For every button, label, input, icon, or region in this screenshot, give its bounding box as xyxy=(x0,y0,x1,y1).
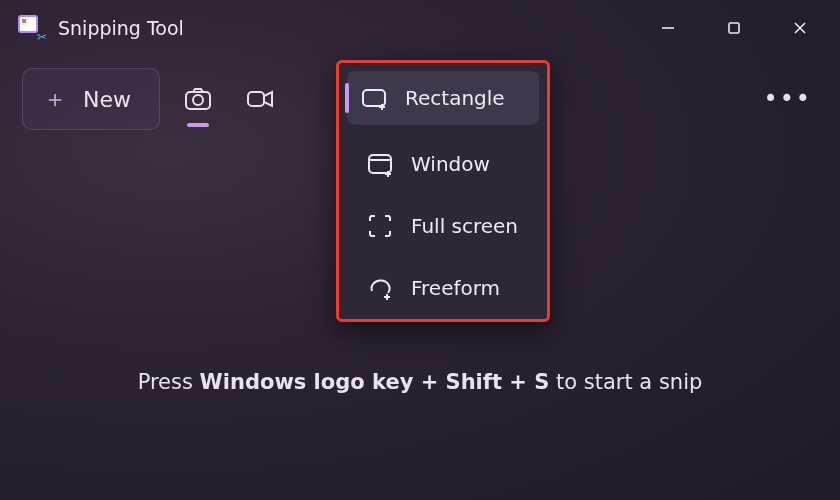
more-button[interactable]: ••• xyxy=(758,77,818,121)
svg-rect-10 xyxy=(369,155,391,173)
mode-label: Rectangle xyxy=(405,86,505,110)
rectangle-icon xyxy=(361,85,387,111)
new-button[interactable]: ＋ New xyxy=(22,68,160,130)
maximize-button[interactable] xyxy=(720,14,748,42)
window-controls xyxy=(654,14,832,42)
app-window: ✂ Snipping Tool ＋ New xyxy=(0,0,840,500)
photo-mode-button[interactable] xyxy=(178,79,218,119)
video-mode-button[interactable] xyxy=(240,79,280,119)
capture-mode-group xyxy=(178,79,280,119)
svg-rect-6 xyxy=(248,92,264,106)
mode-fullscreen[interactable]: Full screen xyxy=(347,195,539,257)
mode-window[interactable]: Window xyxy=(347,133,539,195)
mode-rectangle[interactable]: Rectangle xyxy=(347,71,539,125)
svg-rect-1 xyxy=(729,23,739,33)
fullscreen-icon xyxy=(367,213,393,239)
app-title: Snipping Tool xyxy=(58,17,184,39)
mode-freeform[interactable]: Freeform xyxy=(347,257,539,319)
new-button-label: New xyxy=(83,87,131,112)
app-icon: ✂ xyxy=(18,15,44,41)
plus-icon: ＋ xyxy=(43,83,67,115)
window-icon xyxy=(367,151,393,177)
mode-label: Freeform xyxy=(411,276,500,300)
freeform-icon xyxy=(367,275,393,301)
camera-icon xyxy=(183,84,213,114)
mode-label: Window xyxy=(411,152,490,176)
svg-rect-7 xyxy=(363,90,385,106)
mode-label: Full screen xyxy=(411,214,518,238)
title-bar: ✂ Snipping Tool xyxy=(0,0,840,56)
hint-text: Press Windows logo key + Shift + S to st… xyxy=(0,370,840,394)
close-button[interactable] xyxy=(786,14,814,42)
video-icon xyxy=(245,84,275,114)
minimize-button[interactable] xyxy=(654,14,682,42)
snip-mode-menu: Rectangle Window Full screen xyxy=(336,60,550,322)
svg-point-5 xyxy=(193,95,203,105)
